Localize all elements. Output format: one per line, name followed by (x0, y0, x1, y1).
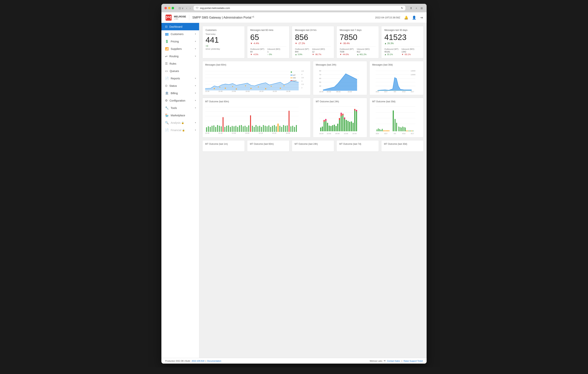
svg-text:2.5: 2.5 (301, 83, 304, 85)
msgs-30d-title: Messages last 30 days (384, 29, 420, 32)
svg-rect-121 (294, 127, 295, 132)
sidebar-item-queues[interactable]: ▭ Queues (161, 67, 199, 75)
svg-rect-189 (401, 128, 402, 131)
bottom-card-24h: MT Outcome (last 24h) (292, 140, 334, 151)
sidebar-item-configuration[interactable]: ⚙ Configuration ▾ (161, 97, 199, 104)
sidebar-item-status[interactable]: ⊙ Status ▾ (161, 82, 199, 89)
svg-rect-102 (259, 126, 260, 132)
url-text: ssg-portal.melroselabs.com (200, 7, 230, 10)
sidebar-item-analysis[interactable]: 🔍 Analysis 🔒 ▾ (161, 119, 199, 126)
sidebar-item-customers[interactable]: 👥 Customers ▾ (161, 30, 199, 38)
sidebar-item-rules[interactable]: ☰ Rules (161, 60, 199, 67)
sidebar-item-label: Financial 🔒 (171, 129, 193, 132)
svg-point-18 (265, 88, 266, 89)
msgs-24h-change: ▼ -27.2% (295, 42, 331, 45)
svg-rect-164 (356, 110, 357, 111)
grid-button[interactable]: ⊞ (420, 6, 424, 10)
sidebar-item-tools[interactable]: 🔧 Tools ▾ (161, 104, 199, 112)
svg-rect-34 (290, 75, 293, 75)
svg-rect-73 (206, 127, 207, 132)
minimize-button[interactable] (168, 7, 170, 9)
chevron-down-icon: ▾ (195, 129, 196, 131)
svg-text:4/17: 4/17 (411, 91, 414, 93)
total-today-label: Total today (206, 33, 242, 35)
main-content: Customers Total today 441 +0 since yeste… (199, 23, 427, 358)
svg-rect-179 (383, 130, 384, 131)
svg-rect-99 (254, 127, 255, 132)
footer-support-link[interactable]: Raise Support Ticket (404, 360, 423, 362)
svg-rect-100 (256, 125, 256, 132)
svg-rect-103 (261, 127, 262, 132)
svg-text:16:00: 16:00 (348, 91, 352, 93)
chart-mt-60m-title: MT Outcome (last 60m) (205, 100, 308, 103)
sidebar-item-marketplace[interactable]: 🏪 Marketplace (161, 112, 199, 119)
bottom-card-60m-title: MT Outcome (last 60m) (250, 143, 287, 145)
sidebar-item-financial[interactable]: 📄 Financial 🔒 ▾ (161, 126, 199, 134)
notification-bell[interactable]: 🔔 (404, 16, 408, 20)
chart-msgs-30d-svg: 3/20 3/27 4/3 4/10 4/17 14000 12000 (372, 68, 421, 93)
sidebar-item-billing[interactable]: 🏦 Billing ▾ (161, 89, 199, 97)
svg-text:15:38: 15:38 (205, 90, 209, 92)
footer-contact-link[interactable]: Contact Sales (387, 360, 400, 362)
svg-text:3.5: 3.5 (301, 77, 304, 79)
sidebar: ⊟ Dashboard 👥 Customers ▾ 💲 Pricing ▾ 📶 … (161, 23, 199, 358)
svg-rect-112 (278, 124, 278, 132)
logout-button[interactable]: ⇥ (420, 16, 423, 20)
svg-rect-181 (386, 130, 387, 131)
msgs-60m-sub: Outbound (MT) 64 ▼ -4.5% Inbound (MO) 1 … (250, 48, 286, 55)
inbound-mo-24h: Inbound (MO) 12 ▼ -96.7% (312, 48, 325, 55)
tools-icon: 🔧 (165, 106, 169, 110)
svg-rect-140 (327, 123, 328, 131)
sidebar-item-pricing[interactable]: 💲 Pricing ▾ (161, 38, 199, 45)
svg-rect-106 (267, 126, 267, 132)
svg-rect-88 (234, 126, 234, 132)
sidebar-item-dashboard[interactable]: ⊟ Dashboard (161, 23, 199, 30)
footer-docs-link[interactable]: Documentation (207, 360, 221, 362)
svg-text:16:18: 16:18 (259, 90, 263, 92)
top-right: 2022-04-19T15:38:58Z 🔔 👤 ⇥ (375, 16, 423, 20)
user-icon-btn[interactable]: 👤 (412, 16, 416, 20)
svg-rect-85 (228, 125, 229, 132)
chart-msgs-24h-title: Messages (last 24h) (316, 64, 364, 66)
chart-msgs-24h: Messages (last 24h) 16:00 00:00 08:00 16… (313, 61, 367, 95)
since-yesterday: since yesterday (206, 48, 242, 50)
address-bar[interactable]: 🛡 ssg-portal.melroselabs.com ↻ (194, 6, 405, 11)
footer-build-link[interactable]: 2022.109.818 (192, 360, 204, 362)
svg-rect-186 (396, 123, 397, 131)
close-button[interactable] (164, 7, 167, 9)
sidebar-item-label: Queues (170, 70, 196, 73)
svg-text:16:38: 16:38 (286, 132, 290, 134)
share-button[interactable]: ⬆ (409, 6, 413, 10)
msgs-60m-value: 65 (250, 33, 286, 42)
financial-icon: 📄 (165, 128, 169, 132)
svg-text:10:00: 10:00 (344, 133, 348, 135)
reports-icon: 📄 (165, 76, 169, 80)
svg-point-21 (219, 87, 220, 88)
svg-text:80: 80 (319, 70, 321, 72)
footer-left: Production SSG DB | Build: 2022.109.818 … (165, 360, 221, 362)
sidebar-item-routing[interactable]: ⇌ Routing ▾ (161, 53, 199, 60)
svg-rect-184 (393, 110, 394, 131)
chart-msgs-30d: Messages (last 30d) 3/20 3/27 4/3 4/10 4… (369, 61, 424, 95)
sidebar-item-label: Marketplace (171, 114, 196, 117)
forward-button[interactable]: › (189, 6, 191, 10)
svg-rect-91 (239, 125, 240, 132)
svg-text:4/3: 4/3 (394, 91, 396, 93)
sidebar-item-suppliers[interactable]: 📶 Suppliers ▾ (161, 45, 199, 53)
reload-icon[interactable]: ↻ (401, 7, 403, 10)
inbound-mo-30d: Inbound (MO) 1342 ▼ -50.1% (402, 48, 414, 55)
svg-rect-159 (351, 121, 352, 131)
billing-icon: 🏦 (165, 91, 169, 95)
new-tab-button[interactable]: + (415, 6, 418, 10)
browser-actions: ⬆ + ⊞ (409, 6, 424, 10)
maximize-button[interactable] (172, 7, 174, 9)
svg-rect-90 (237, 127, 238, 132)
sidebar-item-reports[interactable]: 📄 Reports ▾ (161, 75, 199, 82)
chart-mt-24h: MT Outcome (last 24h) (313, 98, 367, 138)
svg-text:16:00: 16:00 (352, 133, 357, 135)
svg-rect-86 (230, 127, 231, 132)
svg-rect-118 (289, 111, 289, 132)
svg-text:40: 40 (319, 85, 321, 87)
back-button[interactable]: ‹ (185, 6, 188, 10)
browser-window-btn[interactable]: ⊡ ∨ (178, 6, 184, 10)
